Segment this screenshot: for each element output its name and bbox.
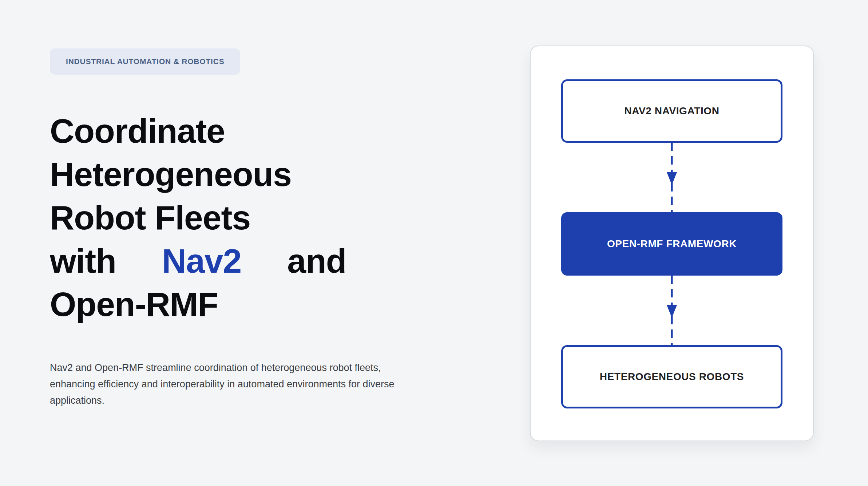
page-title: Coordinate Heterogeneous Robot Fleets wi… <box>50 110 479 326</box>
flow-diagram-card: NAV2 NAVIGATION OPEN-RMF FRAMEWORK HETER… <box>530 46 814 441</box>
hero-page: INDUSTRIAL AUTOMATION & ROBOTICS Coordin… <box>0 0 868 486</box>
headline-highlight-nav2: Nav2 <box>162 242 241 280</box>
dashed-arrow-down-connector <box>665 276 679 345</box>
flow-node-heterogeneous-robots: HETEROGENEOUS ROBOTS <box>561 345 782 408</box>
headline-line-2: Heterogeneous <box>50 153 479 196</box>
headline-line-1: Coordinate <box>50 110 479 153</box>
headline-line-5: Open-RMF <box>50 283 479 326</box>
headline-word-and: and <box>287 242 346 280</box>
hero-content: INDUSTRIAL AUTOMATION & ROBOTICS Coordin… <box>50 48 479 409</box>
headline-line-3: Robot Fleets <box>50 196 479 240</box>
flow-node-nav2-navigation: NAV2 NAVIGATION <box>561 79 782 143</box>
headline-line-4: withNav2and <box>50 240 479 283</box>
flow-node-open-rmf-framework: OPEN-RMF FRAMEWORK <box>561 212 782 276</box>
category-badge: INDUSTRIAL AUTOMATION & ROBOTICS <box>50 48 240 75</box>
hero-description: Nav2 and Open-RMF streamline coordinatio… <box>50 360 421 409</box>
headline-word-with: with <box>50 242 116 280</box>
dashed-arrow-down-connector <box>665 143 679 212</box>
